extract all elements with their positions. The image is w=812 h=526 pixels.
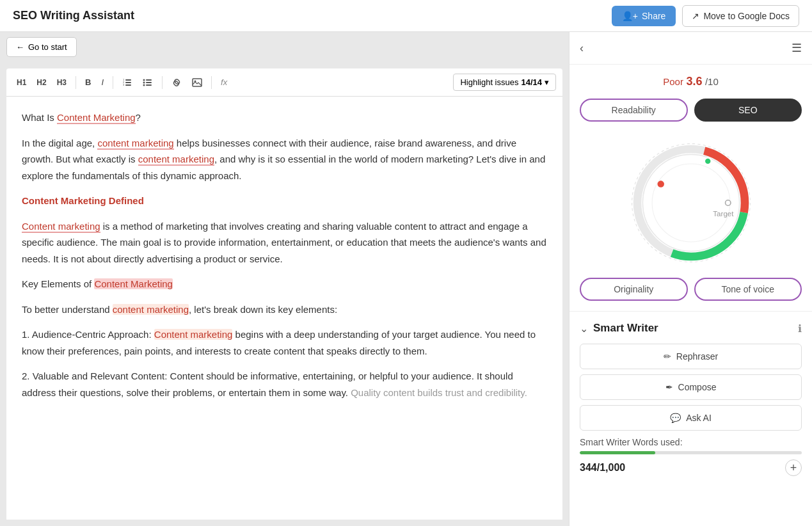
tab-seo[interactable]: SEO [694,99,802,122]
highlight-content-marketing-7: Content marketing [154,329,233,340]
para-key-elements-heading: Key Elements of Content Marketing [22,276,547,292]
compose-button[interactable]: ✒ Compose [580,374,802,400]
svg-point-20 [657,180,664,187]
highlight-count: 14/14 [521,77,542,87]
svg-point-9 [143,79,145,81]
words-progress-bar [580,451,802,454]
tab-originality[interactable]: Originality [580,278,688,301]
para-2: Content marketing is a method of marketi… [22,218,547,267]
svg-text:3: 3 [123,83,125,86]
highlight-content-marketing-1: Content Marketing [57,112,136,124]
image-button[interactable] [188,75,206,90]
bottom-tab-row: Originality Tone of voice [569,273,812,311]
tab-row: Readability SEO [569,99,812,129]
chevron-down-icon: ▾ [545,77,549,87]
score-label: Poor [663,76,683,87]
svg-point-10 [143,81,145,83]
bold-button[interactable]: B [81,75,95,90]
tab-tone-of-voice[interactable]: Tone of voice [694,278,802,301]
link-icon [171,77,182,88]
link-button[interactable] [168,75,186,90]
smart-writer-title: Smart Writer [593,322,793,335]
highlight-issues-button[interactable]: Highlight issues 14/14 ▾ [453,74,556,91]
image-icon [192,77,202,88]
toolbar-left: H1 H2 H3 B I 1 2 3 [13,75,231,90]
toolbar-right: Highlight issues 14/14 ▾ [453,74,556,91]
para-1: In the digital age, content marketing he… [22,135,547,184]
svg-rect-6 [146,79,152,81]
ul-icon [143,77,153,88]
highlight-content-marketing-3: content marketing [138,154,214,166]
google-docs-icon: ↗ [692,11,699,21]
ask-ai-icon: 💬 [670,413,681,423]
ask-ai-button[interactable]: 💬 Ask AI [580,405,802,431]
go-to-start-bar: ← Go to start [0,32,569,62]
topbar-actions: 👤+ Share ↗ Move to Google Docs [612,5,799,27]
go-to-start-button[interactable]: ← Go to start [6,37,77,57]
editor-toolbar: H1 H2 H3 B I 1 2 3 [6,68,562,97]
svg-point-11 [143,84,145,86]
highlight-content-marketing-5: Content Marketing [94,278,173,289]
google-docs-button[interactable]: ↗ Move to Google Docs [682,5,799,27]
compose-icon: ✒ [665,382,673,392]
highlight-content-marketing-6: content marketing [113,304,189,315]
rephraser-icon: ✏ [664,351,671,362]
words-count-row: 344/1,000 + [580,459,802,476]
ol-icon: 1 2 3 [122,77,132,88]
highlight-label: Highlight issues [460,77,518,87]
share-button[interactable]: 👤+ Share [612,6,676,26]
para-4: 1. Audience-Centric Approach: Content ma… [22,326,547,359]
panel-header: ‹ ☰ [569,32,812,65]
svg-rect-7 [146,82,152,83]
svg-rect-0 [125,79,131,81]
score-value: 3.6 [686,75,702,88]
para-3: To better understand content marketing, … [22,301,547,318]
highlight-quality: Quality content builds trust and credibi… [351,387,527,398]
h2-button[interactable]: H2 [33,76,50,90]
words-add-button[interactable]: + [785,459,802,476]
share-icon: 👤+ [622,11,638,21]
svg-point-14 [632,144,750,262]
smart-writer-info-button[interactable]: ℹ [798,323,802,335]
words-progress-fill [580,451,655,454]
format-button[interactable]: fx [217,75,231,90]
toolbar-sep-2 [113,76,113,89]
editor-section: ← Go to start H1 H2 H3 B I 1 [0,32,569,526]
topbar: SEO Writing Assistant 👤+ Share ↗ Move to… [0,0,812,32]
para-subheading: Content Marketing Defined [22,193,547,209]
tab-readability[interactable]: Readability [580,99,688,122]
panel-menu-button[interactable]: ☰ [792,41,802,55]
app-title: SEO Writing Assistant [13,9,134,22]
highlight-content-marketing-2: content marketing [97,138,173,150]
svg-rect-8 [146,84,152,86]
score-out-of: /10 [705,76,719,87]
words-used-label: Smart Writer Words used: [580,437,802,447]
rephraser-button[interactable]: ✏ Rephraser [580,344,802,369]
smart-writer-toggle-button[interactable]: ⌄ [580,323,588,335]
words-count: 344/1,000 [580,462,625,474]
svg-rect-1 [125,82,131,83]
score-section: Poor 3.6 /10 [569,65,812,99]
smart-writer-header: ⌄ Smart Writer ℹ [580,322,802,335]
toolbar-sep-1 [76,76,76,89]
svg-rect-2 [125,84,131,86]
italic-button[interactable]: I [97,75,107,90]
ordered-list-button[interactable]: 1 2 3 [118,75,136,90]
h1-button[interactable]: H1 [13,76,30,90]
unordered-list-button[interactable] [139,75,157,90]
toolbar-sep-3 [162,76,163,89]
panel-back-button[interactable]: ‹ [580,42,584,55]
right-panel: ‹ ☰ Poor 3.6 /10 Readability SEO [569,32,812,526]
content-area: ← Go to start H1 H2 H3 B I 1 [0,32,812,526]
svg-point-16 [652,164,730,242]
svg-point-21 [705,158,712,165]
score-gauge: Target [624,136,758,270]
h3-button[interactable]: H3 [53,76,70,90]
highlight-content-marketing-4: Content marketing [22,221,100,233]
gauge-container: Target [569,129,812,273]
gauge-target-label: Target [713,210,734,218]
smart-writer-section: ⌄ Smart Writer ℹ ✏ Rephraser ✒ Compose 💬… [569,311,812,486]
editor-content[interactable]: What Is Content Marketing? In the digita… [6,97,562,520]
para-heading: What Is Content Marketing? [22,109,547,126]
toolbar-sep-4 [211,76,212,89]
